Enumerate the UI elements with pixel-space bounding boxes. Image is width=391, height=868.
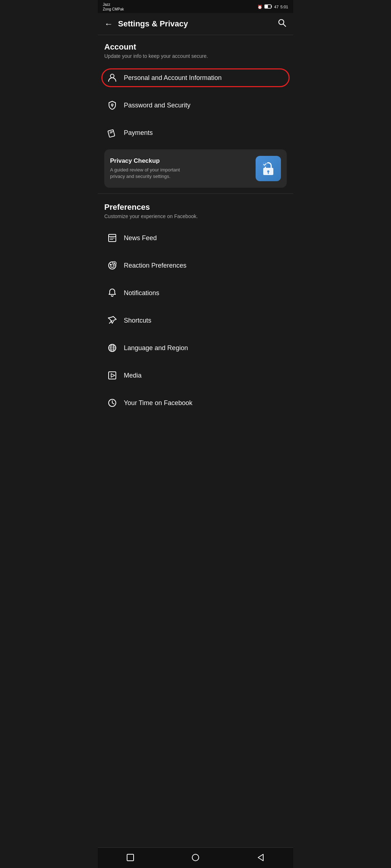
language-region-label: Language and Region — [124, 344, 188, 352]
content: Account Update your info to keep your ac… — [98, 35, 293, 442]
privacy-card-text: Privacy Checkup A guided review of your … — [110, 157, 190, 180]
svg-point-19 — [110, 264, 112, 265]
svg-point-4 — [110, 74, 114, 78]
preferences-section-header: Preferences Customize your experience on… — [98, 195, 293, 224]
privacy-card-subtitle: A guided review of your important privac… — [110, 167, 190, 180]
account-section-title: Account — [104, 42, 287, 52]
language-region-item[interactable]: Language and Region — [98, 334, 293, 362]
media-label: Media — [124, 372, 142, 379]
password-security-item[interactable]: Password and Security — [98, 92, 293, 119]
page-title: Settings & Privacy — [118, 19, 188, 29]
carrier-info: Jazz Zong CMPak — [103, 2, 124, 12]
privacy-card-icon — [256, 156, 281, 181]
media-icon — [104, 367, 120, 383]
password-security-label: Password and Security — [124, 102, 190, 109]
status-bar: Jazz Zong CMPak ⏰ 47 5:01 — [98, 0, 293, 13]
reaction-icon — [104, 258, 120, 273]
news-feed-label: News Feed — [124, 234, 157, 242]
preferences-section-subtitle: Customize your experience on Facebook. — [104, 213, 287, 219]
svg-rect-1 — [265, 5, 268, 8]
battery-icon — [264, 4, 272, 9]
svg-rect-11 — [262, 162, 267, 167]
svg-rect-7 — [108, 129, 115, 137]
notifications-item[interactable]: Notifications — [98, 279, 293, 307]
svg-line-3 — [283, 24, 286, 27]
your-time-item[interactable]: Your Time on Facebook — [98, 389, 293, 417]
person-icon — [104, 70, 120, 86]
svg-marker-31 — [111, 374, 115, 377]
header-left: ← Settings & Privacy — [104, 19, 188, 29]
svg-line-34 — [112, 403, 114, 404]
pin-icon — [104, 312, 120, 328]
alarm-icon: ⏰ — [257, 5, 262, 9]
bell-icon — [104, 285, 120, 301]
svg-line-8 — [110, 131, 113, 132]
carrier2: Zong CMPak — [103, 7, 124, 12]
personal-account-label: Personal and Account Information — [124, 74, 222, 82]
account-section-header: Account Update your info to keep your ac… — [98, 35, 293, 64]
account-section-subtitle: Update your info to keep your account se… — [104, 53, 287, 59]
news-feed-item[interactable]: News Feed — [98, 224, 293, 252]
divider-account-preferences — [98, 193, 293, 194]
battery-percent: 47 — [274, 5, 278, 9]
payments-label: Payments — [124, 129, 153, 137]
privacy-card-title: Privacy Checkup — [110, 157, 190, 165]
status-right: ⏰ 47 5:01 — [257, 4, 288, 9]
payments-item[interactable]: Payments — [98, 119, 293, 146]
svg-line-9 — [110, 132, 112, 133]
news-feed-icon — [104, 230, 120, 246]
shortcuts-label: Shortcuts — [124, 317, 151, 324]
reaction-prefs-label: Reaction Preferences — [124, 262, 186, 269]
time: 5:01 — [281, 5, 288, 9]
search-button[interactable] — [277, 18, 287, 30]
shortcuts-item[interactable]: Shortcuts — [98, 307, 293, 334]
media-item[interactable]: Media — [98, 362, 293, 389]
personal-account-item[interactable]: Personal and Account Information — [98, 64, 293, 92]
reaction-prefs-item[interactable]: Reaction Preferences — [98, 252, 293, 279]
your-time-label: Your Time on Facebook — [124, 399, 192, 407]
globe-icon — [104, 340, 120, 356]
carrier1: Jazz — [103, 2, 124, 7]
shield-icon — [104, 97, 120, 113]
payments-icon — [104, 125, 120, 141]
back-button[interactable]: ← — [104, 19, 113, 29]
preferences-section-title: Preferences — [104, 203, 287, 212]
clock-icon — [104, 395, 120, 411]
notifications-label: Notifications — [124, 289, 159, 297]
header: ← Settings & Privacy — [98, 13, 293, 35]
privacy-checkup-card[interactable]: Privacy Checkup A guided review of your … — [104, 149, 287, 188]
